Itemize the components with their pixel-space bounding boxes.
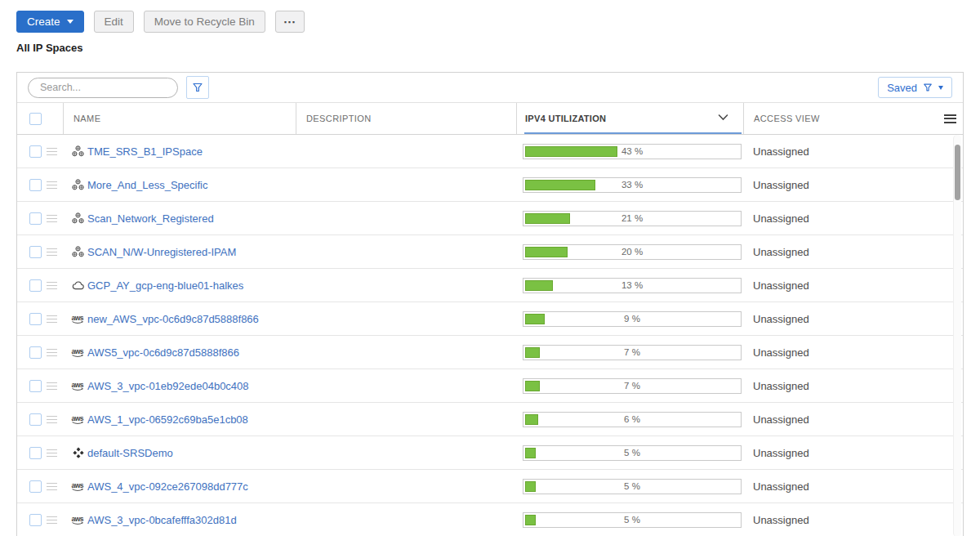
- drag-handle-icon[interactable]: [47, 416, 57, 423]
- row-checkbox[interactable]: [29, 313, 42, 325]
- column-header-access-view[interactable]: ACCESS VIEW: [743, 103, 939, 134]
- access-view-cell: Unassigned: [743, 380, 939, 392]
- row-checkbox[interactable]: [29, 246, 42, 258]
- drag-handle-icon[interactable]: [47, 449, 57, 457]
- select-all-checkbox[interactable]: [29, 113, 42, 125]
- table-row: aws AWS_4_vpc-092ce267098dd777c 5 % Unas…: [17, 470, 963, 503]
- ip-space-name-link[interactable]: AWS5_vpc-0c6d9c87d5888f866: [87, 346, 239, 359]
- create-button[interactable]: Create: [16, 11, 84, 33]
- utilization-bar: 43 %: [523, 144, 742, 159]
- name-cell: aws AWS_4_vpc-092ce267098dd777c: [63, 480, 296, 493]
- table-row: Scan_Network_Registered 21 % Unassigned: [17, 202, 963, 235]
- utilization-bar: 5 %: [523, 445, 742, 461]
- row-checkbox[interactable]: [29, 179, 42, 191]
- drag-handle-icon[interactable]: [47, 248, 57, 256]
- row-checkbox-cell: [17, 346, 47, 359]
- ip-space-name-link[interactable]: default-SRSDemo: [87, 447, 173, 459]
- name-cell: aws new_AWS_vpc-0c6d9c87d5888f866: [63, 313, 296, 325]
- access-view-cell: Unassigned: [743, 279, 939, 292]
- utilization-cell: 13 %: [516, 278, 743, 293]
- chevron-down-icon: [938, 86, 943, 90]
- column-settings-menu-icon[interactable]: [944, 112, 956, 125]
- table-row: GCP_AY_gcp-eng-blue01-halkes 13 % Unassi…: [17, 269, 963, 302]
- drag-handle-icon[interactable]: [47, 282, 57, 289]
- row-drag-cell: [47, 179, 63, 191]
- column-settings-cell: [939, 103, 963, 134]
- search-input[interactable]: [28, 78, 178, 98]
- drag-handle-icon[interactable]: [47, 215, 57, 222]
- aws-icon: aws: [71, 346, 85, 358]
- drag-handle-icon[interactable]: [47, 181, 57, 189]
- drag-handle-icon[interactable]: [47, 148, 57, 155]
- ip-space-name-link[interactable]: AWS_1_vpc-06592c69ba5e1cb08: [87, 413, 248, 426]
- drag-handle-icon[interactable]: [47, 382, 57, 390]
- access-view-cell: Unassigned: [743, 480, 939, 493]
- column-header-ipv4-utilization[interactable]: IPV4 UTILIZATION: [516, 103, 743, 134]
- utilization-cell: 33 %: [516, 177, 743, 193]
- edit-button[interactable]: Edit: [94, 11, 134, 33]
- ip-space-name-link[interactable]: GCP_AY_gcp-eng-blue01-halkes: [87, 279, 243, 292]
- access-view-cell: Unassigned: [743, 346, 939, 359]
- ip-space-name-link[interactable]: TME_SRS_B1_IPSpace: [87, 145, 203, 158]
- filter-button[interactable]: [186, 76, 209, 99]
- ip-space-name-link[interactable]: new_AWS_vpc-0c6d9c87d5888f866: [87, 313, 259, 325]
- chevron-down-icon[interactable]: [718, 114, 728, 121]
- access-view-cell: Unassigned: [743, 212, 939, 225]
- row-checkbox[interactable]: [29, 514, 42, 526]
- aws-icon: aws: [71, 480, 85, 492]
- row-checkbox[interactable]: [29, 279, 42, 292]
- drag-handle-icon[interactable]: [47, 349, 57, 356]
- table-row: default-SRSDemo 5 % Unassigned: [17, 436, 963, 470]
- vertical-scrollbar[interactable]: [953, 135, 961, 536]
- ip-space-name-link[interactable]: AWS_3_vpc-0bcafefffa302d81d: [87, 514, 237, 526]
- cloud-icon: [71, 279, 85, 291]
- access-view-cell: Unassigned: [743, 246, 939, 258]
- row-checkbox[interactable]: [29, 212, 42, 225]
- row-checkbox-cell: [17, 145, 47, 158]
- utilization-cell: 43 %: [516, 144, 743, 159]
- network-icon: [71, 179, 85, 190]
- ip-space-name-link[interactable]: AWS_4_vpc-092ce267098dd777c: [87, 480, 248, 493]
- row-checkbox[interactable]: [29, 145, 42, 158]
- name-cell: Scan_Network_Registered: [63, 212, 296, 225]
- drag-handle-icon[interactable]: [47, 516, 57, 524]
- row-drag-cell: [47, 279, 63, 292]
- name-cell: aws AWS_1_vpc-06592c69ba5e1cb08: [63, 413, 296, 426]
- row-drag-cell: [47, 246, 63, 258]
- saved-filter-button[interactable]: Saved: [878, 77, 952, 98]
- access-view-cell: Unassigned: [743, 313, 939, 325]
- scrollbar-thumb[interactable]: [955, 145, 960, 200]
- ip-space-name-link[interactable]: More_And_Less_Specific: [87, 179, 207, 191]
- row-checkbox[interactable]: [29, 447, 42, 459]
- drag-handle-icon[interactable]: [47, 483, 57, 490]
- row-checkbox[interactable]: [29, 480, 42, 493]
- utilization-percent-label: 5 %: [523, 480, 741, 494]
- row-checkbox[interactable]: [29, 413, 42, 426]
- ip-spaces-panel: Saved NAME DESCRIPTION IPV4 UTILIZATION …: [16, 72, 964, 536]
- ellipsis-icon: ⋯: [283, 15, 296, 29]
- network-icon: [71, 246, 85, 257]
- create-button-label: Create: [27, 16, 60, 28]
- row-checkbox[interactable]: [29, 380, 42, 392]
- svg-text:aws: aws: [72, 347, 84, 355]
- network-icon: [71, 145, 85, 157]
- utilization-bar: 21 %: [523, 211, 742, 226]
- drag-handle-icon[interactable]: [47, 315, 57, 323]
- name-cell: GCP_AY_gcp-eng-blue01-halkes: [63, 279, 296, 292]
- utilization-percent-label: 21 %: [523, 212, 741, 226]
- svg-text:aws: aws: [72, 381, 84, 389]
- name-cell: TME_SRS_B1_IPSpace: [63, 145, 296, 158]
- column-header-name[interactable]: NAME: [63, 103, 296, 134]
- ip-space-name-link[interactable]: SCAN_N/W-Unregistered-IPAM: [87, 246, 236, 258]
- row-checkbox-cell: [17, 313, 47, 325]
- column-header-access-label: ACCESS VIEW: [754, 114, 820, 123]
- ip-space-name-link[interactable]: Scan_Network_Registered: [87, 212, 214, 225]
- more-actions-button[interactable]: ⋯: [275, 11, 305, 33]
- row-drag-cell: [47, 145, 63, 158]
- row-checkbox[interactable]: [29, 346, 42, 359]
- ip-space-name-link[interactable]: AWS_3_vpc-01eb92ede04b0c408: [87, 380, 249, 392]
- access-view-cell: Unassigned: [743, 413, 939, 426]
- column-header-description[interactable]: DESCRIPTION: [296, 103, 516, 134]
- move-to-recycle-bin-button[interactable]: Move to Recycle Bin: [144, 11, 265, 33]
- table-row: aws AWS5_vpc-0c6d9c87d5888f866 7 % Unass…: [17, 336, 963, 369]
